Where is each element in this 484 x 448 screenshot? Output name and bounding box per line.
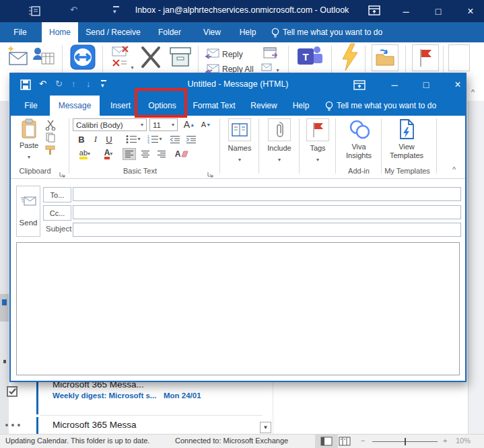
tab-file[interactable]: File xyxy=(16,96,46,116)
grow-font-button[interactable]: A▲ xyxy=(182,118,197,131)
increase-indent-icon[interactable] xyxy=(184,133,198,145)
tab-home[interactable]: Home xyxy=(42,22,78,42)
outlook-screen: ↶ ▾ Inbox - jan@alphrtechservices.onmicr… xyxy=(0,0,484,448)
include-button[interactable]: Include ▾ xyxy=(263,118,296,164)
zoom-slider-thumb[interactable] xyxy=(405,438,406,445)
close-button[interactable]: × xyxy=(448,74,468,96)
underline-button[interactable]: U xyxy=(104,133,114,145)
compose-ribbon: Paste ▾ Clipboard Calibri (Body)▾ 1 xyxy=(11,116,465,179)
options-highlight-box xyxy=(135,88,187,118)
list-scroll-down-icon[interactable]: ▼ xyxy=(260,422,271,433)
to-field[interactable] xyxy=(73,187,461,201)
nav-selected-block[interactable] xyxy=(0,294,9,322)
maximize-button[interactable]: □ xyxy=(416,74,436,96)
compose-window: ↶ ↻ ↑ ↓ ▾ Untitled - Message (HTML) ─ □ … xyxy=(9,73,466,382)
lightbulb-icon xyxy=(271,28,281,41)
meeting-icon[interactable] xyxy=(263,46,279,62)
align-right-button[interactable] xyxy=(155,148,168,160)
move-icon[interactable] xyxy=(372,44,399,71)
bold-button[interactable]: B xyxy=(75,133,88,145)
collapse-ribbon-icon[interactable]: ^ xyxy=(452,165,456,174)
quick-steps-icon[interactable] xyxy=(339,43,359,74)
unread-bar xyxy=(36,382,38,414)
junk-icon[interactable]: ▾ xyxy=(112,59,133,72)
compose-tabrow: File Message Insert Options Format Text … xyxy=(11,96,465,116)
archive-icon[interactable] xyxy=(168,45,193,72)
tab-view[interactable]: View xyxy=(197,22,228,42)
inbox-item-date: Mon 24/01 xyxy=(164,391,201,400)
nav-overflow-dots[interactable] xyxy=(5,417,24,429)
reply-button[interactable]: Reply xyxy=(222,50,243,59)
shrink-font-button[interactable]: A▼ xyxy=(199,118,213,131)
svg-text:3: 3 xyxy=(147,141,149,144)
align-center-button[interactable] xyxy=(139,148,152,160)
clipboard-group-label: Clipboard xyxy=(13,167,57,175)
compose-titlebar: ↶ ↻ ↑ ↓ ▾ Untitled - Message (HTML) ─ □ … xyxy=(11,74,465,96)
minimize-button[interactable]: ─ xyxy=(396,1,416,22)
cc-field[interactable] xyxy=(73,205,461,219)
teams-icon[interactable]: T xyxy=(295,44,326,73)
close-button[interactable]: × xyxy=(460,1,481,22)
send-button[interactable]: Send xyxy=(16,186,40,237)
clear-formatting-button[interactable]: A xyxy=(174,148,190,160)
follow-up-flag-icon[interactable] xyxy=(412,44,439,71)
font-size-combobox[interactable]: 11▾ xyxy=(149,118,178,131)
inbox-item-sender[interactable]: Microsoft 365 Messa xyxy=(53,420,137,430)
names-button[interactable]: Names ▾ xyxy=(223,118,256,164)
tab-file[interactable]: File xyxy=(5,22,35,42)
cc-button[interactable]: Cc... xyxy=(43,205,71,221)
highlight-color-button[interactable]: ab▾ xyxy=(74,148,96,160)
cut-icon[interactable] xyxy=(44,120,57,130)
my-templates-group-label: My Templates xyxy=(380,167,435,175)
tab-send-receive[interactable]: Send / Receive xyxy=(85,22,141,42)
svg-text:T: T xyxy=(302,51,308,63)
zoom-in-icon[interactable]: + xyxy=(443,437,447,445)
viva-insights-button[interactable]: Viva Insights xyxy=(339,118,378,160)
zoom-level[interactable]: 10% xyxy=(456,437,471,445)
paste-button[interactable]: Paste ▾ xyxy=(16,118,42,160)
partial-ribbon-button[interactable] xyxy=(448,44,470,71)
format-painter-icon[interactable] xyxy=(44,144,57,156)
nav-pane-strip xyxy=(0,101,9,434)
inbox-item-preview[interactable]: Weekly digest: Microsoft s... xyxy=(53,391,156,400)
tell-me-box[interactable]: Tell me what you want to do xyxy=(283,22,397,42)
select-all-checkbox-icon[interactable] xyxy=(7,386,18,400)
tab-folder[interactable]: Folder xyxy=(149,22,190,42)
teamviewer-icon[interactable] xyxy=(70,44,96,73)
delete-icon[interactable] xyxy=(137,44,164,73)
decrease-indent-icon[interactable] xyxy=(168,133,182,145)
reply-icon[interactable] xyxy=(205,48,219,61)
font-color-button[interactable]: A▾ xyxy=(98,148,118,160)
main-collapse-ribbon-icon[interactable]: ^ xyxy=(471,88,475,96)
tab-review[interactable]: Review xyxy=(245,96,283,116)
normal-view-icon[interactable] xyxy=(315,435,338,448)
new-email-icon[interactable] xyxy=(5,44,28,71)
popout-icon[interactable] xyxy=(368,5,381,19)
to-button[interactable]: To... xyxy=(43,187,71,202)
zoom-out-icon[interactable]: − xyxy=(361,437,365,445)
bullets-button[interactable]: ▾ xyxy=(124,133,143,145)
align-left-button[interactable] xyxy=(123,148,136,160)
message-body-field[interactable] xyxy=(16,242,460,375)
popout-icon[interactable] xyxy=(353,79,366,94)
maximize-button[interactable]: □ xyxy=(428,1,448,22)
tab-help[interactable]: Help xyxy=(233,22,263,42)
numbering-button[interactable]: 123▾ xyxy=(145,133,164,145)
tab-help[interactable]: Help xyxy=(287,96,315,116)
tab-insert[interactable]: Insert xyxy=(104,96,137,116)
ignore-icon[interactable] xyxy=(112,45,129,60)
addin-group-label: Add-in xyxy=(339,167,378,175)
copy-icon[interactable] xyxy=(44,132,57,143)
font-name-combobox[interactable]: Calibri (Body)▾ xyxy=(73,118,147,131)
tab-format-text[interactable]: Format Text xyxy=(187,96,241,116)
italic-button[interactable]: I xyxy=(90,133,101,145)
tags-button[interactable]: Tags ▾ xyxy=(303,118,333,164)
view-templates-button[interactable]: View Templates xyxy=(385,118,428,160)
reading-view-icon[interactable] xyxy=(339,437,351,446)
right-scroll-strip[interactable] xyxy=(468,101,484,434)
minimize-button[interactable]: ─ xyxy=(384,74,405,96)
tell-me-box[interactable]: Tell me what you want to do xyxy=(337,96,458,116)
new-items-icon[interactable] xyxy=(31,45,55,72)
subject-field[interactable] xyxy=(73,223,461,237)
tab-message[interactable]: Message xyxy=(50,96,100,116)
